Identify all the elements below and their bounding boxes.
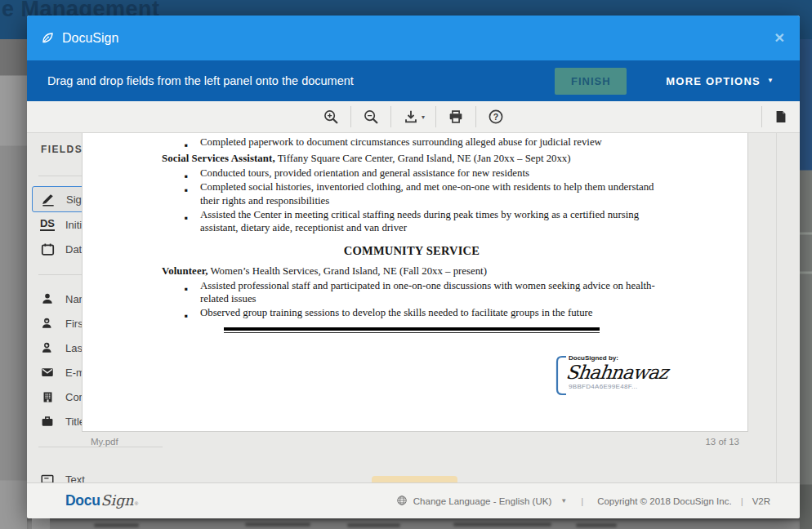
document-bullet-line: Completed social histories, inventoried … [162,180,662,207]
registered-mark: ® [135,501,138,506]
document-entry-line: Social Services Assistant, Tiffany Squar… [162,152,662,165]
logo-docu: Docu [65,492,100,509]
banner-message: Drag and drop fields from the left panel… [47,74,555,87]
download-button[interactable]: ▾ [391,108,435,126]
modal-footer: Docu Sign ® Change Language - English (U… [27,482,800,518]
more-options-label: MORE OPTIONS [666,75,761,87]
document-file-name: My.pdf [91,437,118,447]
document-toolbar: ▾? [27,101,800,133]
finish-button[interactable]: FINISH [555,68,627,95]
initials-icon: DS [38,218,56,231]
background-blur-text [576,523,617,527]
scroll-next-button-sliver[interactable] [372,476,457,482]
version-text: V2R [752,496,770,506]
docusign-brand: DocuSign [41,31,118,46]
download-icon [402,108,420,126]
document-section-heading: COMMUNITY SERVICE [162,244,662,257]
background-bottom-strip [27,518,800,529]
background-bottom-cell [32,518,50,529]
page-thumbnails-button[interactable] [762,109,800,125]
signature-label: DocuSigned by: [569,354,685,362]
calendar-icon [38,242,56,257]
document-bullet-line: Assisted professional staff and particip… [162,279,662,306]
logo-sign: Sign [101,492,134,509]
signature-block: DocuSigned by: Shahnawaz 9BBFD4A6E99E48F… [555,354,685,390]
document-bullet-line: Assisted the Center in meeting critical … [162,208,662,235]
docusign-footer-logo: Docu Sign ® [65,492,138,509]
footer-separator: | [581,496,583,506]
background-blur-text [94,523,139,527]
chevron-down-icon: ▼ [560,497,567,505]
print-button[interactable] [436,108,475,126]
document-horizontal-rule [224,327,600,333]
screen: e Management DocuSign ✕ Drag and drop fi… [0,0,812,529]
modal-content: FIELDS SignDSInitialDateNameFirstLastE-m… [27,133,800,482]
toolbar-center-group: ▾? [311,106,515,127]
docusign-modal: DocuSign ✕ Drag and drop fields from the… [27,16,800,518]
footer-right-group: Change Language - English (UK) ▼ | Copyr… [396,495,770,508]
document-bullet-line: Observed group training sessions to deve… [162,306,662,319]
help-icon: ? [487,108,505,126]
text-icon [38,472,56,482]
zoom-in-icon [322,108,340,126]
copyright-text: Copyright © 2018 DocuSign Inc. [597,496,731,506]
help-button[interactable]: ? [476,108,515,126]
field-item-text[interactable]: Text [27,467,182,482]
fields-group: Text [27,467,182,482]
print-icon [447,108,465,126]
footer-separator: | [741,496,743,506]
document-bullet-line: Completed paperwork to document circumst… [162,136,662,149]
document-meta: My.pdf 13 of 13 [82,437,748,447]
change-language-label: Change Language - English (UK) [413,496,551,506]
document-entry-line: Volunteer, Women’s Health Services, Gran… [162,264,662,278]
background-blur-text [347,523,400,527]
pen-nib-icon [41,31,55,45]
background-blur-text [453,522,551,527]
field-item-label: Text [65,473,85,483]
document-text: Completed paperwork to document circumst… [83,133,747,333]
envelope-icon [38,365,56,380]
zoom-out-button[interactable] [351,108,390,126]
briefcase-icon [38,414,56,429]
change-language-button[interactable]: Change Language - English (UK) ▼ [396,495,567,508]
background-blur-text [245,522,310,527]
signature-name: Shahnawaz [564,362,686,383]
page-icon [773,109,789,125]
person-first-icon [38,316,56,331]
chevron-down-icon: ▼ [767,78,774,84]
person-icon [38,291,56,306]
brand-label: DocuSign [62,31,118,46]
page-indicator: 13 of 13 [705,437,739,447]
signature-id: 9BBFD4A6E99E48F... [569,383,685,390]
pdf-page[interactable]: Completed paperwork to document circumst… [82,133,748,432]
zoom-in-button[interactable] [311,108,350,126]
svg-text:?: ? [493,112,498,122]
background-left-strip [0,39,27,529]
globe-icon [396,495,408,508]
instruction-banner: Drag and drop fields from the left panel… [27,60,800,101]
person-last-icon [38,340,56,355]
chevron-down-icon: ▾ [422,113,425,121]
content-divider-line [776,133,777,482]
background-right-strip [800,39,812,529]
fields-divider [38,447,163,447]
company-icon [38,390,56,404]
modal-header: DocuSign ✕ [27,16,800,60]
toolbar-right-group [761,101,800,132]
zoom-out-icon [362,108,380,126]
pen-icon [39,191,57,207]
more-options-button[interactable]: MORE OPTIONS ▼ [666,75,774,87]
close-icon[interactable]: ✕ [774,32,785,45]
document-bullet-line: Conducted tours, provided orientation an… [162,167,662,180]
